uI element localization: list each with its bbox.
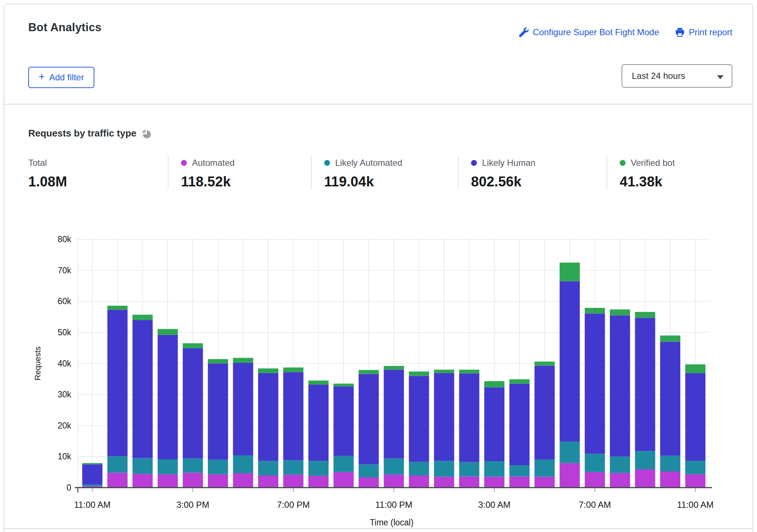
chart-bar-segment[interactable] (384, 458, 404, 474)
chart-bar-segment[interactable] (409, 462, 429, 475)
chart-bar-segment[interactable] (685, 461, 706, 474)
chart-bar-segment[interactable] (258, 475, 278, 488)
chart-bar-segment[interactable] (133, 320, 153, 458)
chart-bar-segment[interactable] (208, 474, 228, 488)
chart-bar-segment[interactable] (509, 477, 529, 488)
chart-bar-segment[interactable] (283, 368, 304, 372)
configure-super-bot-fight-mode-link[interactable]: Configure Super Bot Fight Mode (519, 27, 659, 37)
chart-bar-segment[interactable] (509, 384, 529, 465)
chart-bar-segment[interactable] (635, 318, 655, 451)
chart-bar-segment[interactable] (359, 464, 379, 478)
chart-bar-segment[interactable] (434, 461, 454, 477)
chart-bar-segment[interactable] (610, 456, 630, 473)
chart-bar-segment[interactable] (685, 373, 706, 461)
chart-bar-segment[interactable] (258, 461, 278, 475)
chart-bar-segment[interactable] (509, 379, 529, 384)
chart-bar-segment[interactable] (258, 368, 278, 373)
chart-bar-segment[interactable] (434, 477, 454, 488)
chart-bar-segment[interactable] (183, 458, 203, 473)
chart-bar-segment[interactable] (183, 473, 203, 488)
chart-bar-segment[interactable] (610, 315, 630, 456)
chart-bar-segment[interactable] (133, 315, 153, 320)
chart-bar-segment[interactable] (233, 363, 253, 455)
chart-bar-segment[interactable] (82, 464, 102, 485)
chart-bar-segment[interactable] (107, 456, 127, 473)
chart-bar-segment[interactable] (233, 358, 253, 363)
chart-bar-segment[interactable] (283, 372, 304, 460)
chart-bar-segment[interactable] (434, 370, 454, 373)
chart-bar-segment[interactable] (82, 463, 102, 464)
chart-bar-segment[interactable] (384, 366, 404, 369)
chart-bar-segment[interactable] (610, 473, 630, 488)
chart-bar-segment[interactable] (484, 461, 504, 477)
chart-bar-segment[interactable] (585, 454, 605, 472)
chart-bar-segment[interactable] (660, 471, 680, 488)
chart-bar-segment[interactable] (308, 380, 329, 385)
chart-bar-segment[interactable] (585, 313, 605, 453)
chart-bar-segment[interactable] (635, 451, 655, 469)
chart-bar-segment[interactable] (157, 459, 178, 474)
chart-bar-segment[interactable] (559, 442, 580, 463)
chart-bar-segment[interactable] (208, 460, 228, 474)
chart-bar-segment[interactable] (82, 485, 102, 486)
chart-bar-segment[interactable] (484, 381, 504, 387)
chart-bar-segment[interactable] (509, 465, 529, 476)
chart-bar-segment[interactable] (459, 370, 479, 374)
requests-by-traffic-type-chart[interactable]: 010k20k30k40k50k60k70k80k11:00 AM3:00 PM… (30, 220, 724, 532)
chart-bar-segment[interactable] (585, 472, 605, 488)
chart-bar-segment[interactable] (459, 462, 479, 477)
chart-bar-segment[interactable] (459, 374, 479, 462)
chart-bar-segment[interactable] (308, 385, 329, 461)
chart-bar-segment[interactable] (157, 335, 178, 459)
chart-bar-segment[interactable] (133, 458, 153, 474)
chart-bar-segment[interactable] (157, 474, 178, 488)
chart-bar-segment[interactable] (308, 476, 329, 488)
chart-bar-segment[interactable] (409, 376, 429, 462)
chart-bar-segment[interactable] (107, 473, 127, 488)
chart-bar-segment[interactable] (635, 469, 655, 488)
chart-bar-segment[interactable] (409, 372, 429, 376)
chart-bar-segment[interactable] (559, 463, 580, 488)
chart-bar-segment[interactable] (133, 474, 153, 488)
chart-bar-segment[interactable] (233, 473, 253, 488)
chart-bar-segment[interactable] (409, 475, 429, 488)
chart-bar-segment[interactable] (359, 374, 379, 464)
chart-bar-segment[interactable] (484, 387, 504, 461)
chart-bar-segment[interactable] (208, 364, 228, 460)
chart-bar-segment[interactable] (208, 359, 228, 364)
chart-bar-segment[interactable] (585, 308, 605, 313)
chart-bar-segment[interactable] (233, 455, 253, 473)
chart-bar-segment[interactable] (535, 460, 555, 477)
chart-bar-segment[interactable] (359, 370, 379, 374)
chart-bar-segment[interactable] (535, 362, 555, 366)
chart-bar-segment[interactable] (183, 348, 203, 458)
chart-bar-segment[interactable] (660, 335, 680, 342)
chart-bar-segment[interactable] (384, 370, 404, 459)
print-report-link[interactable]: Print report (675, 27, 732, 37)
chart-bar-segment[interactable] (685, 474, 706, 488)
chart-bar-segment[interactable] (484, 477, 504, 488)
chart-bar-segment[interactable] (685, 364, 706, 373)
add-filter-button[interactable]: + Add filter (28, 67, 94, 88)
chart-bar-segment[interactable] (333, 472, 354, 488)
chart-bar-segment[interactable] (535, 477, 555, 488)
chart-bar-segment[interactable] (308, 461, 329, 476)
chart-bar-segment[interactable] (333, 386, 354, 456)
time-range-select[interactable]: Last 24 hours (622, 64, 732, 88)
chart-bar-segment[interactable] (359, 477, 379, 488)
chart-bar-segment[interactable] (107, 310, 127, 456)
chart-bar-segment[interactable] (635, 312, 655, 318)
chart-bar-segment[interactable] (660, 456, 680, 471)
chart-bar-segment[interactable] (283, 460, 304, 475)
chart-bar-segment[interactable] (283, 474, 304, 488)
chart-bar-segment[interactable] (559, 263, 580, 281)
chart-bar-segment[interactable] (384, 474, 404, 488)
chart-bar-segment[interactable] (333, 456, 354, 472)
chart-bar-segment[interactable] (535, 366, 555, 460)
chart-bar-segment[interactable] (333, 384, 354, 387)
chart-bar-segment[interactable] (459, 477, 479, 488)
chart-bar-segment[interactable] (434, 373, 454, 461)
chart-bar-segment[interactable] (258, 373, 278, 461)
chart-bar-segment[interactable] (107, 306, 127, 310)
chart-bar-segment[interactable] (660, 342, 680, 455)
